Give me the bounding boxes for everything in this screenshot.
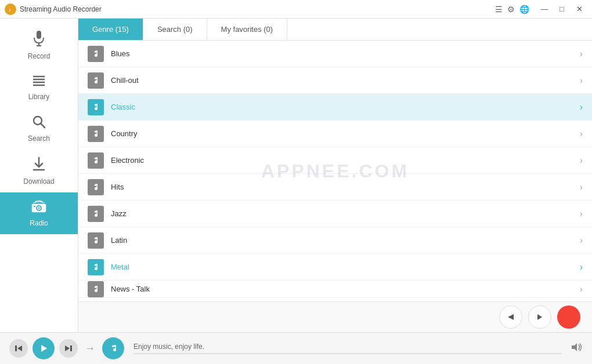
- genre-chevron-metal: ›: [580, 262, 583, 272]
- settings-icon[interactable]: ⚙: [507, 5, 515, 14]
- maximize-button[interactable]: □: [554, 1, 570, 17]
- titlebar: ♪ Streaming Audio Recorder ☰ ⚙ 🌐 — □ ✕: [0, 0, 592, 19]
- genre-chevron-latin: ›: [580, 235, 583, 246]
- sidebar: Record Library Search: [0, 19, 78, 332]
- genre-name-electronic: Electronic: [111, 156, 580, 165]
- svg-rect-16: [34, 206, 35, 207]
- svg-marker-20: [17, 345, 22, 351]
- tab-genre[interactable]: Genre (15): [78, 19, 143, 40]
- radio-play-button[interactable]: [528, 305, 551, 329]
- genre-icon-metal: [88, 259, 104, 275]
- globe-icon[interactable]: 🌐: [519, 5, 529, 14]
- svg-marker-23: [65, 345, 70, 351]
- svg-line-10: [41, 123, 45, 128]
- player-bar: → Enjoy music, enjoy life.: [0, 332, 592, 364]
- svg-marker-22: [41, 345, 47, 352]
- sidebar-item-radio[interactable]: Radio: [0, 192, 78, 234]
- genre-item-newstalk[interactable]: News - Talk ›: [78, 281, 592, 298]
- sidebar-item-download[interactable]: Download: [0, 150, 78, 192]
- genre-item-blues[interactable]: Blues ›: [78, 41, 592, 67]
- sidebar-item-record[interactable]: Record: [0, 23, 78, 67]
- genre-list: APPNEE.COM Blues › Chill-out ›: [78, 41, 592, 301]
- close-button[interactable]: ✕: [571, 1, 587, 17]
- genre-item-electronic[interactable]: Electronic ›: [78, 147, 592, 174]
- genre-item-jazz[interactable]: Jazz ›: [78, 201, 592, 227]
- genre-chevron-chillout: ›: [580, 75, 583, 86]
- player-next-button[interactable]: [59, 339, 78, 358]
- svg-rect-2: [37, 31, 41, 39]
- svg-rect-24: [70, 345, 72, 351]
- radio-back-button[interactable]: [499, 305, 522, 329]
- genre-item-hits[interactable]: Hits ›: [78, 174, 592, 201]
- sidebar-item-search[interactable]: Search: [0, 108, 78, 150]
- volume-icon[interactable]: [571, 342, 583, 355]
- genre-name-chillout: Chill-out: [111, 76, 580, 85]
- genre-chevron-electronic: ›: [580, 155, 583, 166]
- svg-text:♪: ♪: [9, 6, 12, 12]
- app-logo: ♪: [5, 3, 16, 15]
- genre-name-classic: Classic: [111, 103, 580, 111]
- genre-icon-classic: [88, 99, 104, 115]
- genre-icon-jazz: [88, 206, 104, 222]
- player-music-button[interactable]: [102, 337, 124, 359]
- genre-chevron-hits: ›: [580, 182, 583, 192]
- genre-chevron-classic: ›: [580, 102, 583, 112]
- genre-item-chillout[interactable]: Chill-out ›: [78, 67, 592, 94]
- genre-chevron-newstalk: ›: [580, 284, 583, 294]
- genre-item-classic[interactable]: Classic ›: [78, 94, 592, 121]
- genre-icon-latin: [88, 232, 104, 249]
- genre-name-hits: Hits: [111, 183, 580, 191]
- genre-item-country[interactable]: Country ›: [78, 121, 592, 147]
- genre-icon-country: [88, 126, 104, 142]
- genre-icon-blues: [88, 46, 104, 62]
- genre-icon-hits: [88, 179, 104, 195]
- content-area: Genre (15) Search (0) My favorites (0) A…: [78, 19, 592, 332]
- titlebar-action-icons: ☰ ⚙ 🌐: [495, 5, 529, 14]
- window-controls: — □ ✕: [536, 1, 587, 17]
- genre-name-jazz: Jazz: [111, 209, 580, 218]
- tab-search[interactable]: Search (0): [143, 19, 207, 40]
- tab-bar: Genre (15) Search (0) My favorites (0): [78, 19, 592, 41]
- svg-rect-21: [15, 345, 17, 351]
- sidebar-item-library[interactable]: Library: [0, 67, 78, 108]
- app-title: Streaming Audio Recorder: [20, 5, 495, 13]
- genre-icon-newstalk: [88, 281, 104, 297]
- svg-marker-17: [508, 314, 514, 320]
- genre-name-metal: Metal: [111, 263, 580, 271]
- svg-marker-18: [537, 314, 542, 320]
- download-icon: [32, 156, 46, 175]
- player-play-button[interactable]: [33, 337, 55, 359]
- sidebar-library-label: Library: [28, 93, 50, 101]
- player-info-text: Enjoy music, enjoy life.: [133, 343, 562, 351]
- menu-icon[interactable]: ☰: [495, 5, 503, 14]
- sidebar-download-label: Download: [23, 177, 54, 185]
- genre-name-blues: Blues: [111, 49, 580, 58]
- svg-point-19: [565, 314, 572, 321]
- player-info: Enjoy music, enjoy life.: [129, 343, 566, 354]
- genre-name-latin: Latin: [111, 236, 580, 245]
- player-progress-bar: [133, 353, 562, 354]
- radio-icon: [31, 199, 47, 217]
- sidebar-search-label: Search: [28, 134, 50, 143]
- svg-point-15: [38, 208, 40, 209]
- player-prev-button[interactable]: [9, 339, 28, 358]
- minimize-button[interactable]: —: [536, 1, 553, 17]
- library-icon: [32, 74, 46, 90]
- genre-icon-chillout: [88, 72, 104, 89]
- genre-chevron-country: ›: [580, 129, 583, 139]
- microphone-icon: [32, 30, 46, 50]
- genre-name-newstalk: News - Talk: [111, 285, 580, 293]
- genre-item-metal[interactable]: Metal ›: [78, 254, 592, 281]
- radio-playback-controls: [78, 301, 592, 332]
- player-arrow-icon: →: [85, 343, 95, 355]
- svg-marker-25: [572, 343, 577, 351]
- radio-record-button[interactable]: [557, 305, 580, 329]
- sidebar-record-label: Record: [28, 52, 50, 60]
- genre-chevron-jazz: ›: [580, 209, 583, 219]
- genre-item-latin[interactable]: Latin ›: [78, 227, 592, 254]
- genre-name-country: Country: [111, 129, 580, 138]
- search-icon: [32, 115, 46, 132]
- genre-chevron-blues: ›: [580, 49, 583, 59]
- tab-favorites[interactable]: My favorites (0): [207, 19, 288, 40]
- sidebar-radio-label: Radio: [30, 219, 48, 227]
